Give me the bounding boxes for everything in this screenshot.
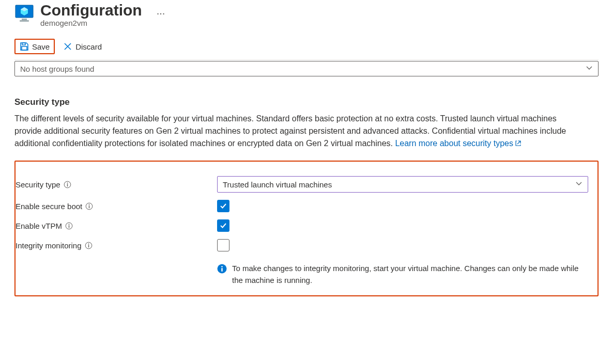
enable-secure-boot-label: Enable secure boot (16, 202, 82, 211)
enable-secure-boot-row: Enable secure boot (16, 200, 588, 212)
enable-vtpm-checkbox[interactable] (217, 219, 229, 232)
security-type-description: The different levels of security availab… (14, 113, 583, 150)
integrity-note-text: To make changes to integrity monitoring,… (232, 263, 579, 286)
svg-rect-3 (20, 20, 29, 22)
svg-rect-14 (69, 225, 69, 228)
enable-secure-boot-checkbox[interactable] (217, 200, 229, 212)
security-type-label: Security type (16, 180, 60, 189)
security-type-value: Trusted launch virtual machines (223, 180, 332, 189)
page-header: Configuration demogen2vm ··· (14, 0, 599, 27)
info-icon[interactable] (85, 202, 93, 210)
integrity-monitoring-row: Integrity monitoring (16, 239, 588, 251)
vm-icon (14, 4, 34, 23)
info-icon[interactable] (85, 242, 93, 249)
info-filled-icon (217, 264, 227, 277)
chevron-down-icon (586, 65, 593, 73)
enable-vtpm-row: Enable vTPM (16, 219, 588, 232)
svg-point-13 (69, 224, 70, 225)
info-icon[interactable] (64, 181, 71, 188)
svg-point-10 (89, 204, 90, 205)
security-type-select[interactable]: Trusted launch virtual machines (217, 176, 588, 193)
security-config-panel: Security type Trusted launch virtual mac… (14, 161, 599, 296)
external-link-icon (515, 138, 522, 150)
svg-rect-8 (67, 184, 68, 186)
enable-vtpm-label: Enable vTPM (16, 221, 62, 230)
svg-rect-5 (22, 46, 27, 50)
chevron-down-icon (575, 180, 583, 189)
learn-more-link[interactable]: Learn more about security types (395, 139, 522, 148)
svg-rect-11 (89, 205, 89, 208)
security-type-row: Security type Trusted launch virtual mac… (16, 176, 588, 193)
save-label: Save (32, 42, 50, 51)
svg-rect-20 (221, 268, 222, 272)
svg-rect-2 (22, 19, 27, 20)
toolbar: Save Discard (14, 39, 599, 60)
info-icon[interactable] (65, 222, 73, 230)
discard-button[interactable]: Discard (58, 39, 107, 54)
svg-point-19 (221, 266, 223, 267)
security-type-heading: Security type (14, 97, 599, 107)
host-group-placeholder: No host groups found (20, 65, 94, 73)
page-subtitle: demogen2vm (40, 19, 142, 27)
integrity-note: To make changes to integrity monitoring,… (217, 263, 579, 286)
integrity-monitoring-label: Integrity monitoring (16, 241, 82, 250)
discard-label: Discard (75, 42, 102, 51)
svg-point-16 (88, 243, 89, 244)
host-group-select[interactable]: No host groups found (14, 61, 599, 76)
svg-point-7 (67, 182, 68, 183)
svg-rect-4 (22, 43, 25, 45)
save-icon (20, 42, 29, 51)
svg-rect-17 (88, 245, 88, 247)
more-actions-button[interactable]: ··· (157, 7, 165, 19)
close-icon (63, 42, 72, 51)
page-title: Configuration (40, 1, 142, 20)
integrity-monitoring-checkbox[interactable] (217, 239, 229, 251)
save-button[interactable]: Save (14, 39, 55, 54)
